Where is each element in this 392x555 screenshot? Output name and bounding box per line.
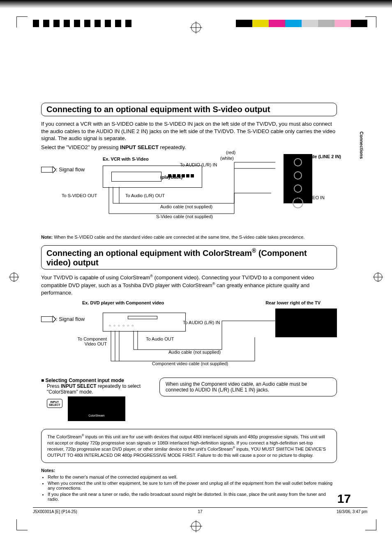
footer-right: 16/3/06, 3:47 pm bbox=[256, 509, 367, 514]
callout-box: When using the Component video cable, an… bbox=[159, 378, 337, 396]
page: Connections Connecting to an optional eq… bbox=[0, 0, 392, 555]
bullet-icon: ■ bbox=[41, 378, 44, 383]
cable-lines-icon bbox=[41, 154, 337, 232]
footer-mid: 17 bbox=[144, 509, 256, 514]
crop-mark bbox=[365, 16, 376, 28]
input-select-button[interactable]: INPUTSELECT bbox=[47, 399, 62, 408]
section2-title: Connecting an optional equipment with Co… bbox=[41, 245, 337, 269]
side-target-icon bbox=[9, 272, 19, 283]
osd-text: ColorStream bbox=[68, 414, 125, 417]
content: Connecting to an optional equipment with… bbox=[41, 103, 337, 503]
footer-left: J5X00301A [E] (P14-25) bbox=[33, 509, 144, 514]
text: repeatedly. bbox=[159, 144, 186, 150]
crop-mark bbox=[16, 519, 28, 530]
colorstream-note: The ColorStream® inputs on this unit are… bbox=[41, 429, 337, 463]
section1-para1: If you connect a VCR with an S-VIDEO cab… bbox=[41, 120, 337, 142]
side-target-icon bbox=[373, 272, 383, 283]
footer: J5X00301A [E] (P14-25) 17 16/3/06, 3:47 … bbox=[33, 507, 367, 514]
list-item: When you connect the unit to other equip… bbox=[48, 481, 337, 491]
component-mode-block: ■ Selecting Component input mode Press I… bbox=[41, 378, 337, 422]
reg-mark: ® bbox=[252, 247, 256, 254]
note-label: Note: bbox=[41, 235, 53, 240]
page-number: 17 bbox=[337, 492, 351, 506]
register-target-icon bbox=[191, 23, 201, 32]
text: Connecting an optional equipment with Co… bbox=[46, 249, 252, 258]
diagram-svideo: : Signal flow Ex. VCR with S-Video (play… bbox=[41, 154, 337, 232]
top-gradient bbox=[0, 0, 392, 8]
notes-list: Refer to the owner's manual of the conne… bbox=[41, 474, 337, 502]
notes-block: Notes: Refer to the owner's manual of th… bbox=[41, 468, 337, 502]
crop-mark bbox=[16, 16, 28, 28]
osd-screen-icon: ColorStream bbox=[68, 396, 125, 421]
cable-lines-icon bbox=[41, 300, 337, 374]
section1-note: Note: When the S-VIDEO cable and the sta… bbox=[41, 235, 337, 240]
section-tab: Connections bbox=[359, 131, 364, 159]
notes-heading: Notes: bbox=[41, 468, 337, 473]
reg-mark: ® bbox=[150, 274, 153, 278]
section2-para1: Your TV/DVD is capable of using ColorStr… bbox=[41, 274, 337, 296]
heading-text: Selecting Component input mode bbox=[46, 378, 124, 383]
note-text: When the S-VIDEO cable and the standard … bbox=[53, 235, 304, 240]
reg-bars-left bbox=[33, 20, 131, 27]
section1-title: Connecting to an optional equipment with… bbox=[41, 103, 337, 116]
list-item: Refer to the owner's manual of the conne… bbox=[48, 474, 337, 479]
text: Select the "VIDEO2" by pressing bbox=[41, 144, 120, 150]
reg-bars-right bbox=[236, 20, 367, 27]
text: Your TV/DVD is capable of using ColorStr… bbox=[41, 274, 150, 281]
section1-para2: Select the "VIDEO2" by pressing INPUT SE… bbox=[41, 144, 337, 151]
diagram-component: Ex. DVD player with Component video Rear… bbox=[41, 300, 337, 374]
register-target-icon bbox=[191, 521, 201, 531]
text-bold: INPUT SELECT bbox=[120, 144, 159, 150]
mode-left: ■ Selecting Component input mode Press I… bbox=[41, 378, 152, 422]
list-item: If you place the unit near a tuner or ra… bbox=[48, 492, 337, 502]
mode-line1: Press INPUT SELECT repeatedly to select … bbox=[41, 383, 152, 395]
mode-heading: ■ Selecting Component input mode bbox=[41, 378, 152, 383]
crop-mark bbox=[365, 519, 376, 530]
